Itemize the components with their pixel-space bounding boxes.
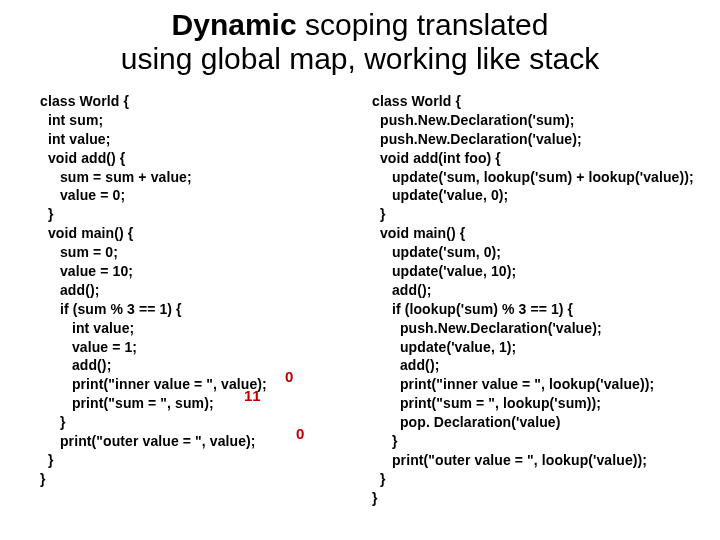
code-columns: class World { int sum; int value; void a… [40, 92, 696, 530]
translated-code-right: class World { push.New.Declaration('sum)… [372, 92, 696, 508]
source-code-left: class World { int sum; int value; void a… [40, 92, 364, 489]
annotation-inner-value: 0 [285, 368, 293, 385]
right-column: class World { push.New.Declaration('sum)… [364, 92, 696, 530]
title-bold: Dynamic [172, 8, 297, 41]
left-column: class World { int sum; int value; void a… [40, 92, 364, 530]
annotation-sum: 11 [244, 387, 261, 404]
annotation-outer-value: 0 [296, 425, 304, 442]
slide: Dynamic scoping translated using global … [0, 0, 720, 540]
slide-title: Dynamic scoping translated using global … [0, 8, 720, 75]
